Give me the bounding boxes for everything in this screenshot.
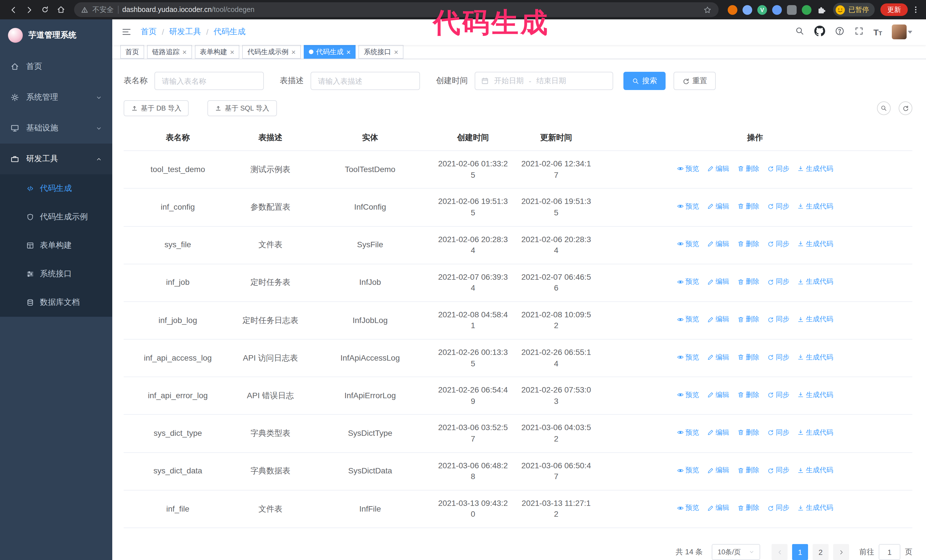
close-icon[interactable]: ×	[182, 48, 187, 56]
sync-link[interactable]: 同步	[767, 465, 790, 475]
sync-link[interactable]: 同步	[767, 164, 790, 174]
goto-page-input[interactable]	[879, 544, 900, 560]
generate-code-link[interactable]: 生成代码	[797, 315, 834, 325]
back-button[interactable]	[6, 2, 21, 17]
edit-link[interactable]: 编辑	[707, 202, 729, 211]
vue-devtools-icon[interactable]: V	[757, 5, 767, 15]
close-icon[interactable]: ×	[230, 48, 234, 56]
toggle-search-button[interactable]	[877, 101, 891, 115]
close-icon[interactable]: ×	[291, 48, 295, 56]
github-button[interactable]	[814, 26, 825, 39]
sync-link[interactable]: 同步	[767, 202, 790, 211]
forward-button[interactable]	[22, 2, 36, 17]
breadcrumb-item[interactable]: 首页	[141, 27, 157, 37]
sidebar-item-db-doc[interactable]: 数据库文档	[0, 288, 112, 317]
browser-menu-button[interactable]	[911, 5, 920, 14]
sidebar-collapse-button[interactable]	[121, 27, 132, 37]
help-button[interactable]	[835, 26, 844, 38]
edit-link[interactable]: 编辑	[707, 390, 729, 400]
font-size-button[interactable]: TT	[873, 28, 882, 36]
preview-link[interactable]: 预览	[677, 315, 699, 325]
generate-code-link[interactable]: 生成代码	[797, 277, 834, 287]
search-submit-button[interactable]: 搜索	[623, 72, 666, 90]
page-button-1[interactable]: 1	[792, 544, 808, 560]
delete-link[interactable]: 删除	[737, 465, 759, 475]
sidebar-item-devtools[interactable]: 研发工具	[0, 143, 112, 174]
delete-link[interactable]: 删除	[737, 503, 759, 513]
sync-link[interactable]: 同步	[767, 503, 790, 513]
bookmark-star-icon[interactable]	[703, 5, 712, 14]
delete-link[interactable]: 删除	[737, 390, 759, 400]
edit-link[interactable]: 编辑	[707, 239, 729, 249]
sync-link[interactable]: 同步	[767, 239, 790, 249]
page-size-select[interactable]: 10条/页	[712, 544, 760, 560]
sidebar-item-home[interactable]: 首页	[0, 51, 112, 82]
generate-code-link[interactable]: 生成代码	[797, 503, 834, 513]
update-button[interactable]: 更新	[881, 3, 908, 16]
edit-link[interactable]: 编辑	[707, 277, 729, 287]
delete-link[interactable]: 删除	[737, 315, 759, 325]
close-icon[interactable]: ×	[346, 48, 351, 56]
sync-link[interactable]: 同步	[767, 277, 790, 287]
delete-link[interactable]: 删除	[737, 164, 759, 174]
extensions-puzzle-icon[interactable]	[817, 5, 826, 15]
preview-link[interactable]: 预览	[677, 465, 699, 475]
preview-link[interactable]: 预览	[677, 503, 699, 513]
extension-icon[interactable]	[787, 5, 797, 15]
reload-button[interactable]	[38, 2, 53, 17]
sidebar-item-api[interactable]: 系统接口	[0, 260, 112, 288]
tab-tracer[interactable]: 链路追踪×	[147, 45, 192, 59]
edit-link[interactable]: 编辑	[707, 315, 729, 325]
generate-code-link[interactable]: 生成代码	[797, 428, 834, 438]
tab-codegen[interactable]: 代码生成×	[304, 45, 356, 59]
next-page-button[interactable]	[833, 544, 849, 560]
extension-icon[interactable]	[802, 5, 811, 15]
tab-api[interactable]: 系统接口×	[359, 45, 404, 59]
generate-code-link[interactable]: 生成代码	[797, 352, 834, 362]
extension-icon[interactable]	[743, 5, 752, 15]
import-sql-button[interactable]: 基于 SQL 导入	[208, 100, 277, 116]
extension-icon[interactable]	[772, 5, 782, 15]
page-button-2[interactable]: 2	[813, 544, 829, 560]
table-desc-input[interactable]	[310, 72, 420, 90]
date-range-picker[interactable]: 开始日期 - 结束日期	[475, 72, 613, 90]
fullscreen-button[interactable]	[854, 26, 864, 38]
sync-link[interactable]: 同步	[767, 352, 790, 362]
extension-icon[interactable]	[728, 5, 737, 15]
edit-link[interactable]: 编辑	[707, 465, 729, 475]
generate-code-link[interactable]: 生成代码	[797, 390, 834, 400]
import-db-button[interactable]: 基于 DB 导入	[124, 100, 189, 116]
generate-code-link[interactable]: 生成代码	[797, 202, 834, 211]
sidebar-item-codegen[interactable]: 代码生成	[0, 174, 112, 203]
edit-link[interactable]: 编辑	[707, 428, 729, 438]
sync-link[interactable]: 同步	[767, 390, 790, 400]
generate-code-link[interactable]: 生成代码	[797, 465, 834, 475]
delete-link[interactable]: 删除	[737, 202, 759, 211]
preview-link[interactable]: 预览	[677, 352, 699, 362]
edit-link[interactable]: 编辑	[707, 503, 729, 513]
generate-code-link[interactable]: 生成代码	[797, 239, 834, 249]
tab-form-builder[interactable]: 表单构建×	[195, 45, 239, 59]
delete-link[interactable]: 删除	[737, 239, 759, 249]
preview-link[interactable]: 预览	[677, 239, 699, 249]
reset-button[interactable]: 重置	[673, 72, 716, 90]
sidebar-item-codegen-example[interactable]: 代码生成示例	[0, 203, 112, 231]
app-logo[interactable]: 芋道管理系统	[0, 20, 112, 51]
delete-link[interactable]: 删除	[737, 277, 759, 287]
delete-link[interactable]: 删除	[737, 428, 759, 438]
prev-page-button[interactable]	[772, 544, 788, 560]
preview-link[interactable]: 预览	[677, 202, 699, 211]
search-button[interactable]	[794, 26, 804, 38]
home-button[interactable]	[54, 2, 68, 17]
sidebar-item-form-builder[interactable]: 表单构建	[0, 231, 112, 260]
preview-link[interactable]: 预览	[677, 390, 699, 400]
delete-link[interactable]: 删除	[737, 352, 759, 362]
address-bar[interactable]: 不安全 dashboard.yudao.iocoder.cn/tool/code…	[74, 2, 719, 17]
sidebar-item-system[interactable]: 系统管理	[0, 82, 112, 113]
sync-link[interactable]: 同步	[767, 315, 790, 325]
edit-link[interactable]: 编辑	[707, 352, 729, 362]
table-name-input[interactable]	[154, 72, 264, 90]
preview-link[interactable]: 预览	[677, 277, 699, 287]
sidebar-item-infra[interactable]: 基础设施	[0, 113, 112, 143]
user-menu[interactable]	[892, 25, 912, 39]
